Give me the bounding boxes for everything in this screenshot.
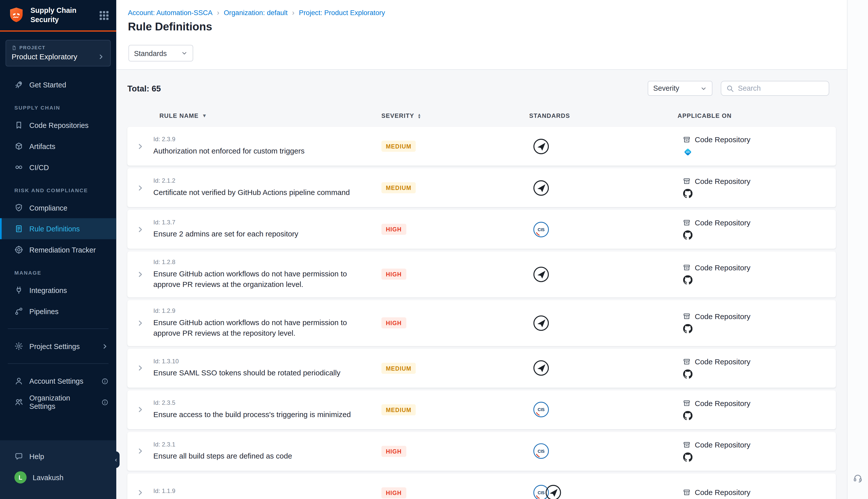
sidebar-header: Supply Chain Security bbox=[0, 0, 116, 32]
standards-cell bbox=[529, 315, 678, 331]
project-selector[interactable]: PROJECT Product Exploratory bbox=[5, 40, 111, 66]
sidebar-footer: Help L Lavakush bbox=[0, 440, 116, 499]
sidebar-item-pipelines[interactable]: Pipelines bbox=[0, 301, 116, 322]
standards-cell bbox=[529, 138, 678, 154]
support-button[interactable] bbox=[852, 471, 864, 484]
user-name: Lavakush bbox=[33, 473, 64, 482]
section-label-manage: MANAGE bbox=[0, 260, 116, 280]
sidebar-item-organization-settings[interactable]: Organization Settings bbox=[0, 391, 116, 413]
rule-name: Ensure GitHub action workflows do not ha… bbox=[153, 269, 375, 290]
info-icon[interactable] bbox=[101, 377, 109, 385]
breadcrumb-project-link[interactable]: Project: Product Exploratory bbox=[299, 9, 385, 16]
applicable-on-cell: Code Repository bbox=[678, 312, 836, 333]
table-row[interactable]: Id: 2.3.5 Ensure access to the build pro… bbox=[127, 390, 836, 429]
breadcrumb-separator: › bbox=[217, 8, 220, 16]
sort-toggle-icon[interactable]: ▲▼ bbox=[418, 113, 421, 119]
plug-icon bbox=[14, 286, 23, 294]
github-icon bbox=[683, 230, 692, 240]
headset-icon bbox=[853, 472, 863, 483]
sidebar-item-remediation-tracker[interactable]: Remediation Tracker bbox=[0, 239, 116, 260]
section-label-risk-and-compliance: RISK AND COMPLIANCE bbox=[0, 178, 116, 197]
user-menu[interactable]: L Lavakush bbox=[0, 467, 116, 488]
rocket-icon bbox=[14, 81, 23, 89]
applicable-on-cell: Code Repository bbox=[678, 219, 836, 240]
row-expand-chevron[interactable] bbox=[127, 405, 153, 414]
rule-name: Certificate not verified by GitHub Actio… bbox=[153, 188, 375, 198]
sidebar-item-help[interactable]: Help bbox=[0, 446, 116, 467]
row-expand-chevron[interactable] bbox=[127, 364, 153, 372]
owasp-cicd-standard-icon bbox=[533, 180, 549, 196]
rule-name: Ensure all build steps are defined as co… bbox=[153, 451, 375, 462]
standards-cell bbox=[529, 180, 678, 196]
standards-cell bbox=[529, 266, 678, 282]
severity-badge: HIGH bbox=[382, 269, 406, 280]
applicable-on-cell: Code Repository bbox=[678, 488, 836, 497]
sidebar-item-cicd[interactable]: CI/CD bbox=[0, 157, 116, 178]
table-row[interactable]: Id: 1.2.8 Ensure GitHub action workflows… bbox=[127, 252, 836, 297]
severity-badge: MEDIUM bbox=[382, 141, 416, 152]
row-expand-chevron[interactable] bbox=[127, 184, 153, 192]
owasp-cicd-standard-icon bbox=[533, 266, 549, 282]
row-expand-chevron[interactable] bbox=[127, 225, 153, 233]
breadcrumb-account-link[interactable]: Account: Automation-SSCA bbox=[128, 9, 212, 16]
standards-filter-dropdown[interactable]: Standards bbox=[128, 45, 193, 62]
column-header-severity[interactable]: SEVERITY ▲▼ bbox=[382, 112, 529, 119]
column-header-rule-name[interactable]: RULE NAME ▼ bbox=[153, 112, 382, 119]
sidebar-item-rule-definitions[interactable]: Rule Definitions bbox=[0, 218, 116, 239]
table-row[interactable]: Id: 2.1.2 Certificate not verified by Gi… bbox=[127, 168, 836, 207]
app-root: Supply Chain Security PROJECT Product Ex… bbox=[0, 0, 868, 499]
row-expand-chevron[interactable] bbox=[127, 319, 153, 327]
severity-badge: HIGH bbox=[382, 317, 406, 328]
breadcrumb-organization-link[interactable]: Organization: default bbox=[224, 9, 288, 16]
applicable-on-cell: Code Repository bbox=[678, 357, 836, 379]
content-toolbar: Total: 65 Severity bbox=[127, 81, 836, 96]
search-box[interactable] bbox=[721, 81, 829, 96]
table-row[interactable]: Id: 1.2.9 Ensure GitHub action workflows… bbox=[127, 300, 836, 346]
table-row[interactable]: Id: 2.3.1 Ensure all build steps are def… bbox=[127, 432, 836, 470]
sidebar-item-get-started[interactable]: Get Started bbox=[0, 74, 116, 95]
sidebar-item-code-repositories[interactable]: Code Repositories bbox=[0, 114, 116, 136]
chevron-left-icon: ‹ bbox=[115, 456, 117, 463]
rule-name: Ensure access to the build process's tri… bbox=[153, 410, 375, 420]
breadcrumb-separator: › bbox=[292, 8, 295, 16]
applicable-on-cell: Code Repository bbox=[678, 399, 836, 420]
infinity-icon bbox=[14, 163, 23, 172]
sidebar-item-compliance[interactable]: Compliance bbox=[0, 197, 116, 218]
rule-id: Id: 2.3.5 bbox=[153, 399, 382, 405]
sidebar-item-project-settings[interactable]: Project Settings bbox=[0, 336, 116, 357]
sidebar-item-artifacts[interactable]: Artifacts bbox=[0, 136, 116, 157]
sort-desc-icon[interactable]: ▼ bbox=[202, 113, 207, 118]
owasp-cicd-standard-icon bbox=[533, 138, 549, 154]
sidebar-item-account-settings[interactable]: Account Settings bbox=[0, 370, 116, 392]
table-row[interactable]: Id: 1.3.7 Ensure 2 admins are set for ea… bbox=[127, 210, 836, 248]
row-expand-chevron[interactable] bbox=[127, 142, 153, 150]
divider bbox=[8, 363, 109, 364]
row-expand-chevron[interactable] bbox=[127, 488, 153, 497]
right-rail bbox=[847, 0, 868, 499]
sidebar-collapse-handle[interactable]: ‹ bbox=[112, 451, 120, 468]
content-area: Total: 65 Severity RULE NAME ▼ bbox=[116, 70, 847, 499]
severity-filter-dropdown[interactable]: Severity bbox=[648, 81, 712, 96]
severity-badge: HIGH bbox=[382, 223, 406, 235]
github-icon bbox=[683, 452, 692, 462]
info-icon[interactable] bbox=[101, 399, 109, 406]
table-row[interactable]: Id: 1.1.9 HIGH Code Repository bbox=[127, 473, 836, 499]
shield-check-icon bbox=[14, 203, 23, 212]
code-repository-icon bbox=[683, 136, 691, 144]
sidebar-item-integrations[interactable]: Integrations bbox=[0, 280, 116, 301]
row-expand-chevron[interactable] bbox=[127, 447, 153, 455]
main-area: Account: Automation-SSCA › Organization:… bbox=[116, 0, 847, 499]
severity-badge: HIGH bbox=[382, 446, 406, 457]
supply-chain-security-logo-icon bbox=[7, 6, 26, 24]
repository-icon bbox=[14, 121, 23, 130]
table-row[interactable]: Id: 1.3.10 Ensure SAML SSO tokens should… bbox=[127, 349, 836, 387]
standards-cell bbox=[529, 221, 678, 238]
module-switcher-icon[interactable] bbox=[98, 10, 110, 21]
github-icon bbox=[683, 369, 692, 378]
rule-id: Id: 1.2.8 bbox=[153, 258, 382, 265]
search-input[interactable] bbox=[738, 84, 824, 93]
organization-icon bbox=[14, 398, 23, 406]
rules-table-body: Id: 2.3.9 Authorization not enforced for… bbox=[127, 127, 836, 499]
row-expand-chevron[interactable] bbox=[127, 270, 153, 278]
table-row[interactable]: Id: 2.3.9 Authorization not enforced for… bbox=[127, 127, 836, 166]
